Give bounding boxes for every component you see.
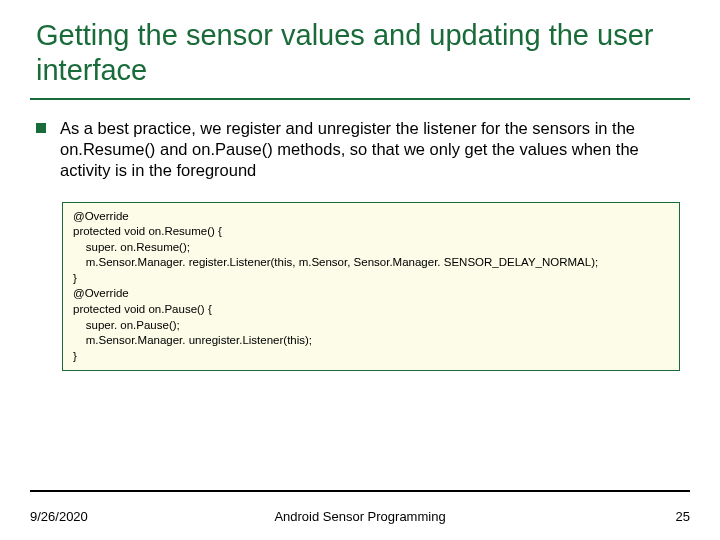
code-line: m.Sensor.Manager. unregister.Listener(th… <box>73 333 669 349</box>
bullet-row: As a best practice, we register and unre… <box>30 118 690 182</box>
slide-title: Getting the sensor values and updating t… <box>30 18 690 100</box>
body-text: As a best practice, we register and unre… <box>60 118 690 182</box>
code-line: m.Sensor.Manager. register.Listener(this… <box>73 255 669 271</box>
code-line: protected void on.Pause() { <box>73 302 669 318</box>
code-line: super. on.Pause(); <box>73 318 669 334</box>
slide-footer: 9/26/2020 Android Sensor Programming 25 <box>30 509 690 524</box>
footer-title: Android Sensor Programming <box>30 509 690 524</box>
code-line: } <box>73 271 669 287</box>
code-line: protected void on.Resume() { <box>73 224 669 240</box>
code-line: @Override <box>73 209 669 225</box>
code-line: super. on.Resume(); <box>73 240 669 256</box>
code-line: } <box>73 349 669 365</box>
slide: Getting the sensor values and updating t… <box>0 0 720 540</box>
code-block: @Override protected void on.Resume() { s… <box>62 202 680 371</box>
code-line: @Override <box>73 286 669 302</box>
square-bullet-icon <box>36 123 46 133</box>
footer-divider <box>30 490 690 492</box>
